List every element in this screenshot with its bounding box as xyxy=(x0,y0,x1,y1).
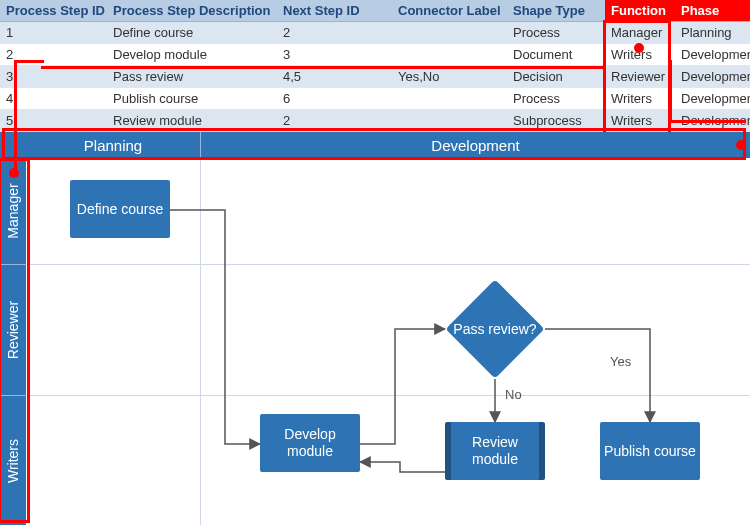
connector-label-no: No xyxy=(505,387,522,402)
th-step-id: Process Step ID xyxy=(0,0,107,22)
lane-divider xyxy=(26,264,750,265)
th-step-desc: Process Step Description xyxy=(107,0,277,22)
th-conn-label: Connector Label xyxy=(392,0,507,22)
phase-planning: Planning xyxy=(26,132,200,158)
process-table-container: Process Step ID Process Step Description… xyxy=(0,0,750,132)
th-next-id: Next Step ID xyxy=(277,0,392,22)
th-function: Function xyxy=(605,0,675,22)
shape-review-module: Review module xyxy=(445,422,545,480)
swimlane-diagram: Planning Development Manager Reviewer Wr… xyxy=(0,132,750,525)
table-row: 5 Review module 2 Subprocess Writers Dev… xyxy=(0,110,750,132)
corner-cell xyxy=(0,132,26,158)
shape-pass-review: Pass review? xyxy=(445,279,545,379)
shape-publish-course: Publish course xyxy=(600,422,700,480)
connector-label-yes: Yes xyxy=(610,354,631,369)
table-row: 4 Publish course 6 Process Writers Devel… xyxy=(0,88,750,110)
lane-divider xyxy=(26,395,750,396)
phase-divider xyxy=(200,158,201,525)
table-row: 3 Pass review 4,5 Yes,No Decision Review… xyxy=(0,66,750,88)
table-row: 2 Develop module 3 Document Writers Deve… xyxy=(0,44,750,66)
phase-development: Development xyxy=(200,132,750,158)
th-phase: Phase xyxy=(675,0,750,22)
lane-writers: Writers xyxy=(0,395,26,525)
lane-reviewer: Reviewer xyxy=(0,264,26,395)
shape-develop-module: Develop module xyxy=(260,414,360,472)
th-shape-type: Shape Type xyxy=(507,0,605,22)
process-table: Process Step ID Process Step Description… xyxy=(0,0,750,132)
table-row: 1 Define course 2 Process Manager Planni… xyxy=(0,22,750,44)
lane-manager: Manager xyxy=(0,158,26,264)
shape-define-course: Define course xyxy=(70,180,170,238)
